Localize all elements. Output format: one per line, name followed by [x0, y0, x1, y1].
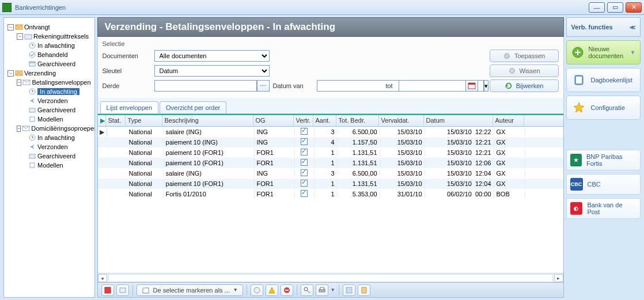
bottom-toolbar: De selectie markeren als ... ▼ ▼ — [97, 283, 564, 298]
journals-button[interactable]: Dagboekenlijst — [566, 68, 641, 92]
tree-leaf[interactable]: Modellen — [27, 115, 92, 124]
calendar-button[interactable] — [465, 80, 478, 92]
tool-icon[interactable] — [301, 284, 313, 296]
bank-shortcut[interactable]: ★ BNP Paribas Fortis — [566, 150, 641, 170]
scroll-right-button[interactable]: ▸ — [554, 274, 563, 282]
col-og[interactable]: OG — [253, 115, 294, 126]
checkbox-icon[interactable] — [301, 159, 308, 166]
table-row[interactable]: ▶Nationalsalaire (ING)ING36.500,0015/03/… — [98, 127, 563, 137]
collapse-icon[interactable]: − — [7, 24, 14, 31]
apply-button[interactable]: Toepassen — [490, 50, 559, 62]
tool-icon[interactable] — [358, 284, 370, 296]
tree-node-ontvangt[interactable]: − Ontvangt — [6, 22, 92, 32]
col-aant[interactable]: Aant. — [313, 115, 336, 126]
envelope-icon — [22, 78, 31, 86]
tool-icon[interactable] — [101, 284, 114, 296]
tab-list-envelopes[interactable]: Lijst enveloppen — [100, 101, 159, 113]
new-documents-button[interactable]: Nieuwe documenten ▼ — [566, 40, 641, 64]
clear-button[interactable]: Wissen — [490, 64, 559, 77]
tree-node-verzending[interactable]: − Verzending — [6, 69, 92, 78]
tool-icon[interactable] — [266, 284, 278, 296]
folder-icon — [24, 32, 32, 40]
col-type[interactable]: Type — [126, 115, 162, 126]
tree-leaf-selected[interactable]: In afwachting — [27, 87, 92, 96]
minimize-button[interactable]: — — [589, 2, 605, 13]
svg-rect-1 — [25, 35, 32, 39]
horizontal-scrollbar[interactable]: ◂ ▸ — [98, 273, 563, 282]
checkbox-icon[interactable] — [301, 190, 308, 197]
outbox-icon — [15, 69, 23, 77]
table-row[interactable]: Nationalpaiement 10 (FOR1)FOR111.131,511… — [98, 158, 563, 168]
tree-leaf[interactable]: Verzonden — [27, 96, 92, 105]
refresh-button[interactable]: Bijwerken — [490, 79, 559, 92]
key-label: Sleutel — [103, 67, 151, 74]
collapse-icon[interactable]: − — [7, 70, 14, 77]
tree-leaf[interactable]: Behandeld — [27, 50, 92, 59]
tool-icon[interactable] — [251, 284, 263, 296]
checkbox-icon[interactable] — [301, 180, 308, 187]
collapse-icon[interactable]: − — [17, 33, 23, 40]
col-vertr[interactable]: Vertr. — [294, 115, 313, 126]
collapse-icon[interactable]: − — [17, 79, 21, 86]
tree-leaf[interactable]: In afwachting — [27, 133, 92, 142]
table-row[interactable]: Nationalsalaire (ING)ING36.500,0015/03/1… — [98, 168, 563, 179]
col-stat[interactable]: Stat. — [106, 115, 126, 126]
tool-delete-icon[interactable] — [281, 284, 293, 296]
tool-print-icon[interactable] — [316, 284, 328, 296]
scroll-left-button[interactable]: ◂ — [98, 274, 107, 282]
documents-select[interactable]: Alle documenten — [154, 50, 270, 62]
col-auteur[interactable]: Auteur — [493, 115, 524, 126]
third-label: Derde — [103, 82, 151, 89]
tree-leaf[interactable]: Verzonden — [27, 142, 92, 151]
maximize-button[interactable]: ▭ — [607, 2, 623, 13]
grid-header[interactable]: ▶ Stat. Type Beschrijving OG Vertr. Aant… — [98, 114, 563, 127]
third-input[interactable] — [154, 80, 257, 92]
bank-shortcut[interactable]: CBC CBC — [566, 174, 641, 195]
svg-rect-33 — [576, 77, 582, 83]
tree-node-betalingsenveloppen[interactable]: − Betalingsenveloppen — [16, 78, 92, 87]
tree-leaf[interactable]: Modellen — [27, 161, 92, 170]
collapse-icon[interactable]: ≪ — [630, 24, 635, 31]
tool-icon[interactable] — [116, 284, 129, 296]
svg-rect-29 — [346, 287, 352, 293]
checkbox-icon[interactable] — [301, 169, 308, 176]
tab-overview-per-order[interactable]: Overzicht per order — [160, 101, 226, 113]
tree-node-domicilieringsoproepen[interactable]: − Domiciliëringsoproepen — [16, 124, 92, 133]
svg-rect-10 — [30, 117, 35, 121]
tree-leaf[interactable]: Gearchiveerd — [27, 105, 92, 115]
svg-rect-13 — [29, 154, 35, 158]
key-select[interactable]: Datum — [154, 65, 270, 77]
close-button[interactable]: ✕ — [626, 2, 642, 13]
navigation-tree[interactable]: − Ontvangt − Rekeninguittreksels In afwa… — [3, 17, 95, 298]
model-icon — [28, 161, 36, 169]
checkbox-icon[interactable] — [301, 138, 308, 145]
col-desc[interactable]: Beschrijving — [162, 115, 253, 126]
bank-shortcut[interactable]: ◐ Bank van de Post — [566, 198, 641, 219]
col-bedr[interactable]: Tot. Bedr. — [336, 115, 379, 126]
table-row[interactable]: NationalFortis 01/2010FOR115.353,0031/01… — [98, 189, 563, 199]
svg-point-23 — [254, 287, 260, 293]
third-lookup-button[interactable]: ⋯ — [257, 80, 270, 92]
tree-leaf[interactable]: In afwachting — [27, 41, 92, 50]
svg-point-15 — [504, 53, 510, 59]
svg-point-3 — [29, 52, 35, 58]
col-datum[interactable]: Datum — [424, 115, 493, 126]
col-verval[interactable]: Vervaldat. — [379, 115, 424, 126]
checkbox-icon[interactable] — [301, 149, 308, 155]
mark-selection-button[interactable]: De selectie markeren als ... ▼ — [137, 284, 243, 296]
date-to-drop[interactable]: ▾ — [484, 80, 488, 92]
collapse-icon[interactable]: − — [17, 126, 21, 132]
table-row[interactable]: Nationalpaiement 10 (FOR1)FOR111.131,511… — [98, 179, 563, 189]
svg-rect-14 — [30, 163, 35, 168]
filter-section-label: Selectie — [103, 40, 559, 47]
row-selector-header[interactable]: ▶ — [98, 115, 106, 126]
tree-leaf[interactable]: Gearchiveerd — [27, 151, 92, 161]
checkbox-icon[interactable] — [301, 128, 308, 135]
config-button[interactable]: Configuratie — [566, 96, 641, 120]
tree-node-rekeninguittreksels[interactable]: − Rekeninguittreksels — [16, 32, 92, 41]
tree-leaf[interactable]: Gearchiveerd — [27, 59, 92, 69]
table-row[interactable]: Nationalpaiement 10 (FOR1)FOR111.131,511… — [98, 147, 563, 158]
table-row[interactable]: Nationalpaiement 10 (ING)ING41.157,5015/… — [98, 137, 563, 147]
tool-icon[interactable] — [343, 284, 355, 296]
svg-rect-20 — [120, 288, 126, 293]
